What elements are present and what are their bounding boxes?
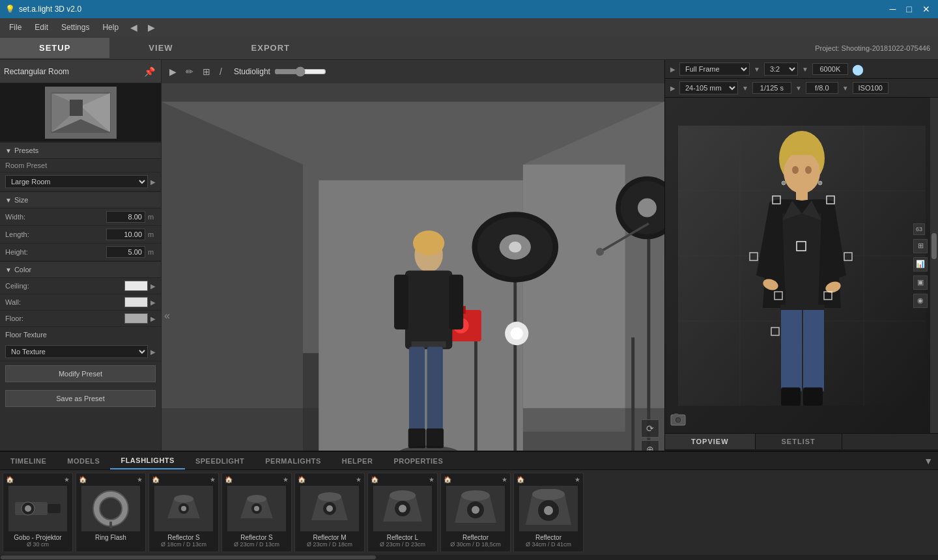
format-select[interactable]: Full Frame APS-C Medium Format bbox=[679, 63, 750, 76]
width-input[interactable] bbox=[106, 211, 145, 223]
tab-speedlight[interactable]: SPEEDLIGHT bbox=[185, 453, 255, 469]
tab-properties[interactable]: PROPERTIES bbox=[383, 453, 453, 469]
list-item[interactable]: 🏠 ★ Ring Flash bbox=[76, 473, 146, 552]
preview-scrollbar-thumb[interactable] bbox=[931, 233, 937, 259]
wall-color-swatch[interactable] bbox=[124, 297, 148, 307]
bottom-panel-collapse-button[interactable]: ▼ bbox=[918, 456, 938, 466]
light-home-icon[interactable]: 🏠 bbox=[298, 476, 306, 483]
floor-expand-icon[interactable]: ▶ bbox=[150, 315, 156, 322]
topview-tab[interactable]: TOPVIEW bbox=[665, 434, 756, 449]
list-item[interactable]: 🏠 ★ Reflector M Ø 23cm / D 18cm bbox=[294, 473, 365, 552]
texture-select[interactable]: No Texture Wood Marble bbox=[5, 345, 148, 358]
list-item[interactable]: 🏠 ★ Gobo - Projektor Ø 30 cm bbox=[3, 473, 73, 552]
tab-view[interactable]: VIEW bbox=[109, 38, 212, 58]
light-star-icon[interactable]: ★ bbox=[575, 476, 580, 483]
room-preset-select[interactable]: Large Room Small Room Studio bbox=[5, 175, 148, 188]
light-home-icon[interactable]: 🏠 bbox=[152, 476, 160, 483]
camera-preview-icon[interactable] bbox=[670, 413, 686, 428]
close-button[interactable]: ✕ bbox=[920, 4, 933, 14]
light-star-icon[interactable]: ★ bbox=[283, 476, 289, 483]
list-item[interactable]: 🏠 ★ Reflector L Ø 23cm / D 23cm bbox=[367, 473, 438, 552]
ceiling-color-swatch[interactable] bbox=[124, 281, 148, 291]
tab-helper[interactable]: HELPER bbox=[332, 453, 384, 469]
tab-setup[interactable]: SETUP bbox=[0, 38, 109, 58]
modify-preset-button[interactable]: Modify Preset bbox=[5, 365, 156, 382]
menu-settings[interactable]: Settings bbox=[55, 20, 96, 35]
frame-button[interactable]: ▣ bbox=[913, 275, 928, 290]
wall-expand-icon[interactable]: ▶ bbox=[150, 299, 156, 306]
list-item[interactable]: 🏠 ★ Reflector Ø 30cm / D 18,5cm bbox=[440, 473, 511, 552]
minimize-button[interactable]: ─ bbox=[887, 4, 899, 14]
collapse-left-panel-button[interactable]: « bbox=[164, 310, 170, 322]
save-as-preset-button[interactable]: Save as Preset bbox=[5, 390, 156, 407]
height-input[interactable] bbox=[106, 246, 145, 258]
chart-button[interactable]: 📊 bbox=[913, 257, 928, 272]
app-icon: 💡 bbox=[5, 5, 15, 14]
light-home-icon[interactable]: 🏠 bbox=[517, 476, 524, 483]
menu-file[interactable]: File bbox=[3, 20, 28, 35]
scrollbar-thumb[interactable] bbox=[1, 555, 376, 559]
floor-color-swatch[interactable] bbox=[124, 313, 148, 324]
menu-edit[interactable]: Edit bbox=[28, 20, 55, 35]
width-label: Width: bbox=[5, 213, 106, 221]
svg-point-64 bbox=[805, 166, 812, 174]
light-label: Studiolight bbox=[234, 67, 270, 76]
pencil-tool-button[interactable]: / bbox=[217, 65, 225, 78]
light-home-icon[interactable]: 🏠 bbox=[6, 476, 14, 483]
tab-models[interactable]: MODELS bbox=[57, 453, 110, 469]
tab-export[interactable]: EXPORT bbox=[212, 38, 329, 58]
svg-point-131 bbox=[399, 505, 406, 512]
light-star-icon[interactable]: ★ bbox=[429, 476, 434, 483]
svg-point-117 bbox=[174, 495, 193, 503]
iso-input[interactable] bbox=[853, 82, 888, 94]
shutter-input[interactable] bbox=[752, 82, 791, 94]
pin-button[interactable]: 📌 bbox=[141, 65, 158, 78]
preset-expand-icon[interactable]: ▶ bbox=[150, 178, 156, 186]
light-home-icon[interactable]: 🏠 bbox=[79, 476, 87, 483]
size-section-header[interactable]: ▼ Size bbox=[0, 191, 161, 208]
maximize-button[interactable]: □ bbox=[904, 4, 915, 14]
format-arrow-icon: ▶ bbox=[670, 66, 675, 73]
tab-flashlights[interactable]: FLASHLIGHTS bbox=[110, 453, 185, 469]
light-home-icon[interactable]: 🏠 bbox=[371, 476, 378, 483]
light-star-icon[interactable]: ★ bbox=[64, 476, 70, 483]
light-star-icon[interactable]: ★ bbox=[137, 476, 143, 483]
light-home-icon[interactable]: 🏠 bbox=[444, 476, 451, 483]
light-home-icon[interactable]: 🏠 bbox=[225, 476, 233, 483]
histogram-button[interactable]: 63 bbox=[913, 223, 925, 235]
bottom-panel-scrollbar[interactable] bbox=[0, 555, 938, 560]
aperture-input[interactable] bbox=[806, 82, 838, 94]
compass-button[interactable]: ◉ bbox=[913, 294, 928, 308]
light-star-icon[interactable]: ★ bbox=[502, 476, 507, 483]
tab-permalights[interactable]: PERMALIGHTS bbox=[255, 453, 332, 469]
light-star-icon[interactable]: ★ bbox=[210, 476, 216, 483]
preview-scrollbar[interactable] bbox=[930, 98, 938, 433]
menu-help[interactable]: Help bbox=[96, 20, 125, 35]
setlist-tab[interactable]: SETLIST bbox=[756, 434, 842, 449]
kelvin-color-icon[interactable]: ⬤ bbox=[852, 63, 864, 76]
kelvin-input[interactable] bbox=[812, 63, 848, 75]
focal-length-select[interactable]: 24-105 mm 50 mm 85 mm bbox=[679, 81, 738, 94]
light-slider[interactable] bbox=[274, 66, 326, 77]
select-tool-button[interactable]: ▶ bbox=[167, 65, 179, 78]
svg-point-135 bbox=[472, 506, 479, 514]
rotate-view-button[interactable]: ⟳ bbox=[641, 419, 659, 438]
redo-button[interactable]: ▶ bbox=[143, 20, 160, 35]
grid-overlay-button[interactable]: ⊞ bbox=[913, 239, 928, 253]
tab-timeline[interactable]: TIMELINE bbox=[0, 453, 57, 469]
presets-section-header[interactable]: ▼ Presets bbox=[0, 142, 161, 159]
light-item-header: 🏠 ★ bbox=[444, 476, 507, 483]
list-item[interactable]: 🏠 ★ Reflector S Ø 18cm / D 13cm bbox=[149, 473, 219, 552]
reflector-l-icon bbox=[373, 486, 432, 531]
undo-button[interactable]: ◀ bbox=[125, 20, 143, 35]
aspect-select[interactable]: 3:2 4:3 16:9 bbox=[764, 63, 798, 76]
color-section-header[interactable]: ▼ Color bbox=[0, 261, 161, 278]
ceiling-expand-icon[interactable]: ▶ bbox=[150, 283, 156, 290]
grid-tool-button[interactable]: ⊞ bbox=[200, 65, 213, 78]
length-input[interactable] bbox=[106, 229, 145, 240]
list-item[interactable]: 🏠 ★ Reflector S Ø 23cm / D 13cm bbox=[221, 473, 292, 552]
draw-tool-button[interactable]: ✏ bbox=[183, 65, 196, 78]
light-star-icon[interactable]: ★ bbox=[356, 476, 362, 483]
texture-expand-icon[interactable]: ▶ bbox=[150, 348, 156, 356]
list-item[interactable]: 🏠 ★ Reflector Ø 34cm / D 41cm bbox=[513, 473, 584, 552]
